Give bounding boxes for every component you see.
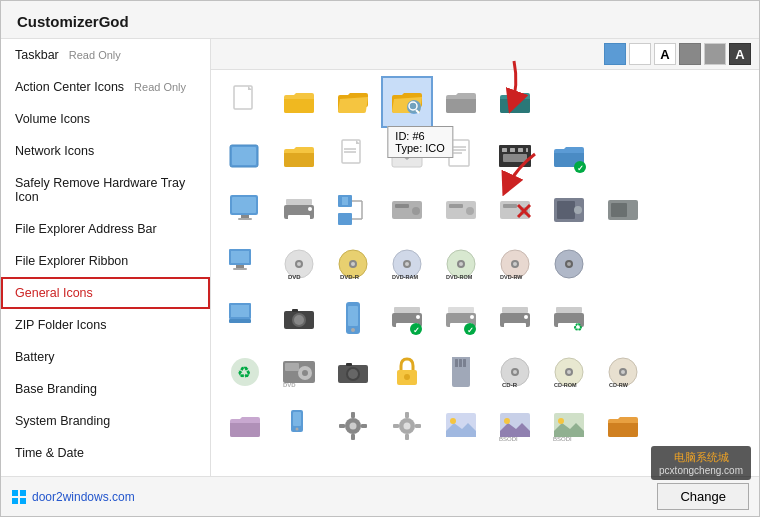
icon-folder-search[interactable]: ID: #6 Type: ICO: [381, 76, 433, 128]
icon-printer-check1[interactable]: ✓: [381, 292, 433, 344]
icon-folder-yellow2[interactable]: [273, 130, 325, 182]
sidebar-item-action-center-icons[interactable]: Action Center IconsRead Only: [1, 71, 210, 103]
svg-point-105: [524, 315, 528, 319]
icon-folder-teal2[interactable]: [597, 400, 649, 452]
icon-monitor[interactable]: [219, 184, 271, 236]
icon-disk1[interactable]: [381, 184, 433, 236]
icon-film-strip[interactable]: [489, 130, 541, 182]
sidebar-item-safely-remove-hardware-tray-icon[interactable]: Safely Remove Hardware Tray Icon: [1, 167, 210, 213]
bottom-link[interactable]: door2windows.com: [11, 489, 135, 505]
icon-printer-recycle[interactable]: ♻: [543, 292, 595, 344]
svg-rect-57: [233, 268, 247, 270]
toolbar-btn-gray1[interactable]: [679, 43, 701, 65]
svg-point-121: [404, 374, 410, 380]
toolbar-btn-a-white[interactable]: A: [654, 43, 676, 65]
icon-dvd-r[interactable]: DVD-R: [327, 238, 379, 290]
icon-doc3[interactable]: [435, 130, 487, 182]
icon-phone[interactable]: [327, 292, 379, 344]
toolbar: A A: [211, 39, 759, 70]
toolbar-btn-blue[interactable]: [604, 43, 626, 65]
icon-cd-rom[interactable]: CD-ROM: [543, 346, 595, 398]
icon-dvd-drive[interactable]: DVD: [273, 346, 325, 398]
icon-dvd-ram[interactable]: DVD-RAM: [381, 238, 433, 290]
icon-envelope[interactable]: [381, 130, 433, 182]
sidebar-item-battery[interactable]: Battery: [1, 341, 210, 373]
icon-lock[interactable]: [381, 346, 433, 398]
svg-point-40: [412, 207, 420, 215]
toolbar-btn-white[interactable]: [629, 43, 651, 65]
icon-camera2[interactable]: [327, 346, 379, 398]
sidebar-item-system-branding[interactable]: System Branding: [1, 405, 210, 437]
icon-folder-teal[interactable]: [489, 76, 541, 128]
sidebar-item-network-icons[interactable]: Network Icons: [1, 135, 210, 167]
svg-point-80: [567, 262, 571, 266]
icon-printer-check2[interactable]: ✓: [435, 292, 487, 344]
icon-gear2[interactable]: [381, 400, 433, 452]
icon-printer[interactable]: [273, 184, 325, 236]
icon-monitor2[interactable]: [219, 292, 271, 344]
sidebar-item-zip-folder-icons[interactable]: ZIP Folder Icons: [1, 309, 210, 341]
icon-folder-open[interactable]: [327, 76, 379, 128]
svg-rect-119: [346, 363, 352, 366]
svg-rect-124: [463, 359, 466, 367]
icon-image1[interactable]: [435, 400, 487, 452]
icon-disk-redx[interactable]: [489, 184, 541, 236]
sidebar-item-volume-icons[interactable]: Volume Icons: [1, 103, 210, 135]
change-button[interactable]: Change: [657, 483, 749, 510]
svg-rect-26: [241, 215, 249, 218]
icon-dvd-plain[interactable]: DVD: [273, 238, 325, 290]
toolbar-btn-gray2[interactable]: [704, 43, 726, 65]
svg-rect-34: [338, 213, 352, 225]
svg-rect-163: [20, 498, 26, 504]
sidebar-item-time-&-date[interactable]: Time & Date: [1, 437, 210, 469]
svg-rect-42: [449, 204, 463, 208]
icon-network-share[interactable]: [327, 184, 379, 236]
sidebar-item-file-explorer-ribbon[interactable]: File Explorer Ribbon: [1, 245, 210, 277]
svg-text:DVD-R: DVD-R: [340, 274, 360, 280]
title-bar: CustomizerGod: [1, 1, 759, 39]
icon-doc2[interactable]: [327, 130, 379, 182]
sidebar: TaskbarRead OnlyAction Center IconsRead …: [1, 39, 211, 476]
toolbar-btn-a-dark[interactable]: A: [729, 43, 751, 65]
svg-point-139: [296, 428, 299, 431]
svg-text:DVD: DVD: [288, 274, 301, 280]
icon-sd-card[interactable]: [435, 346, 487, 398]
icon-dvd-rom[interactable]: DVD-ROM: [435, 238, 487, 290]
icon-cd-rw[interactable]: CD-RW: [597, 346, 649, 398]
svg-rect-142: [351, 412, 355, 418]
svg-text:♻: ♻: [573, 321, 583, 333]
icon-blank-doc[interactable]: [219, 76, 271, 128]
icon-camera[interactable]: [273, 292, 325, 344]
svg-point-89: [351, 328, 355, 332]
icon-image2[interactable]: BSODI: [489, 400, 541, 452]
icon-phone2[interactable]: [273, 400, 325, 452]
svg-text:BSODI: BSODI: [499, 436, 518, 442]
sidebar-status: Read Only: [134, 81, 186, 93]
sidebar-item-file-explorer-address-bar[interactable]: File Explorer Address Bar: [1, 213, 210, 245]
icon-image3[interactable]: BSODI: [543, 400, 595, 452]
icon-gear[interactable]: [327, 400, 379, 452]
icon-hard-drive[interactable]: [543, 184, 595, 236]
svg-text:✓: ✓: [577, 164, 584, 173]
sidebar-item-taskbar[interactable]: TaskbarRead Only: [1, 39, 210, 71]
svg-rect-161: [20, 490, 26, 496]
svg-rect-56: [236, 265, 244, 268]
icon-gray-drive[interactable]: [597, 184, 649, 236]
icon-dvd-dark[interactable]: [543, 238, 595, 290]
icon-disk2[interactable]: [435, 184, 487, 236]
svg-rect-39: [395, 204, 409, 208]
icon-folder-yellow1[interactable]: [273, 76, 325, 128]
sidebar-item-base-branding[interactable]: Base Branding: [1, 373, 210, 405]
sidebar-item-general-icons[interactable]: General Icons: [1, 277, 210, 309]
icon-recycle[interactable]: ♻: [219, 346, 271, 398]
icon-blue-rect[interactable]: [219, 130, 271, 182]
icon-folder-gray[interactable]: [435, 76, 487, 128]
svg-rect-20: [526, 148, 528, 152]
icon-computer[interactable]: [219, 238, 271, 290]
icon-blue-folder-check[interactable]: ✓: [543, 130, 595, 182]
icon-cd-r[interactable]: CD-R: [489, 346, 541, 398]
icon-printer-plain[interactable]: [489, 292, 541, 344]
icon-folder-settings[interactable]: [219, 400, 271, 452]
icon-dvd-rw[interactable]: DVD-RW: [489, 238, 541, 290]
svg-text:DVD-RAM: DVD-RAM: [392, 274, 418, 280]
